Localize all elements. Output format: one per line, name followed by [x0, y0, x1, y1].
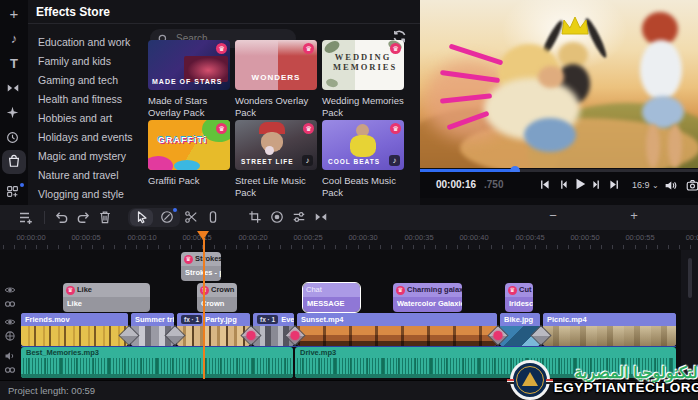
- audio-track-mute-icon[interactable]: [4, 350, 16, 362]
- category-magic[interactable]: Magic and mystery: [38, 147, 148, 165]
- ruler-label: 00:00:40: [459, 233, 488, 242]
- clip-party-jpg[interactable]: fx · 1Party.jpg: [177, 313, 250, 346]
- premium-badge-icon: ♛: [66, 286, 75, 295]
- premium-badge-icon: ♛: [390, 43, 401, 54]
- skip-start-icon[interactable]: [539, 179, 550, 190]
- crown-effect-overlay: [558, 14, 592, 38]
- pack-name: Wedding Memories Pack: [322, 95, 404, 119]
- select-tool-icon[interactable]: [135, 210, 151, 226]
- category-vlogging[interactable]: Vlogging and style: [38, 185, 148, 203]
- pack-made-of-stars[interactable]: MADE OF STARS ♛ Made of Stars Overlay Pa…: [148, 40, 230, 119]
- category-gaming[interactable]: Gaming and tech: [38, 71, 148, 89]
- waveform: [23, 358, 291, 374]
- pack-name: Graffiti Pack: [148, 175, 230, 187]
- zoom-in-icon[interactable]: +: [628, 208, 640, 223]
- add-media-icon[interactable]: +: [6, 6, 22, 22]
- premium-badge-icon: ♛: [508, 286, 517, 295]
- zoom-out-icon[interactable]: −: [547, 208, 559, 223]
- video-track-visibility-icon[interactable]: [4, 316, 16, 328]
- clip-cut-iridescent[interactable]: ♛Cut Iridesc: [505, 283, 533, 312]
- transition-tool-icon[interactable]: [314, 210, 330, 226]
- clip-sunset-mp4[interactable]: Sunset.mp4: [297, 313, 497, 346]
- pack-thumbnail: STREET LIFE ♪ ♛: [235, 120, 317, 170]
- add-track-icon[interactable]: [18, 210, 34, 226]
- skip-end-icon[interactable]: [609, 179, 620, 190]
- ruler-label: 00:00:20: [238, 233, 267, 242]
- next-frame-icon[interactable]: [592, 179, 603, 190]
- redo-icon[interactable]: [76, 210, 92, 226]
- transition-badge-icon[interactable]: [247, 331, 256, 340]
- clip-like[interactable]: ♛Like Like: [63, 283, 150, 312]
- ruler-label: 00:00:35: [404, 233, 433, 242]
- pack-name: Cool Beats Music Pack: [322, 175, 404, 199]
- ruler-label: 00:00:50: [570, 233, 599, 242]
- aspect-ratio-dropdown[interactable]: 16:9 ⌄: [632, 180, 659, 190]
- pack-graffiti[interactable]: GRAFFiTi ♛ Graffiti Pack: [148, 120, 230, 187]
- pack-street-life[interactable]: STREET LIFE ♪ ♛ Street Life Music Pack: [235, 120, 317, 199]
- premium-badge-icon: ♛: [216, 123, 227, 134]
- transition-badge-icon[interactable]: [291, 331, 300, 340]
- category-hobbies[interactable]: Hobbies and art: [38, 109, 148, 127]
- toolbar-divider: [44, 211, 45, 224]
- music-note-icon: ♪: [302, 155, 313, 166]
- pack-wonders[interactable]: WONDERS ♛ Wonders Overlay Pack: [235, 40, 317, 119]
- playhead-line: [203, 238, 205, 379]
- mask-tool-icon[interactable]: [206, 210, 222, 226]
- effects-icon[interactable]: [6, 106, 22, 122]
- audio-icon[interactable]: ♪: [6, 31, 22, 47]
- video-track-lock-icon[interactable]: [4, 330, 16, 342]
- edit-tool-icon[interactable]: [160, 210, 176, 226]
- pack-thumbnail: WONDERS ♛: [235, 40, 317, 90]
- pack-thumbnail: MADE OF STARS ♛: [148, 40, 230, 90]
- split-scissors-icon[interactable]: [184, 210, 200, 226]
- category-health[interactable]: Health and fitness: [38, 90, 148, 108]
- overlay-track-visibility-icon[interactable]: [4, 284, 16, 296]
- scrollbar-thumb[interactable]: [688, 258, 692, 298]
- snapshot-icon[interactable]: [686, 179, 698, 192]
- clip-strokes[interactable]: ♛Strokes Strokes - p: [181, 252, 221, 281]
- overlay-track-link-icon[interactable]: [4, 298, 16, 310]
- fx-badge: fx · 1: [257, 315, 278, 324]
- undo-icon[interactable]: [54, 210, 70, 226]
- ruler-label: 00:00:45: [515, 233, 544, 242]
- crop-icon[interactable]: [248, 210, 264, 226]
- left-icon-rail: + ♪ T: [0, 0, 28, 205]
- play-icon[interactable]: [573, 177, 587, 191]
- category-holidays[interactable]: Holidays and events: [38, 128, 148, 146]
- clip-event[interactable]: fx · 1Event: [253, 313, 294, 346]
- pack-name: Street Life Music Pack: [235, 175, 317, 199]
- clip-chat-message[interactable]: Chat MESSAGE: [303, 283, 360, 312]
- delete-icon[interactable]: [98, 210, 114, 226]
- transitions-icon[interactable]: [6, 81, 22, 97]
- record-icon[interactable]: [270, 210, 286, 226]
- preview-player[interactable]: [420, 0, 698, 168]
- pack-thumbnail: WEDDING MEMORIES ♛: [322, 40, 404, 90]
- transition-badge-icon[interactable]: [494, 331, 503, 340]
- time-ruler[interactable]: 00:00:00 00:00:05 00:00:10 00:00:15 00:0…: [0, 230, 698, 251]
- timeline-toolbar: − + Export: [0, 205, 698, 230]
- project-length-label: Project length: 00:59: [8, 385, 95, 396]
- previous-frame-icon[interactable]: [557, 179, 568, 190]
- clip-charming-galaxy[interactable]: ♛Charming galaxy Watercolor Galaxies: [393, 283, 462, 312]
- stickers-icon[interactable]: [6, 131, 22, 147]
- clip-picnic-mp4[interactable]: Picnic.mp4: [543, 313, 676, 346]
- pack-name: Made of Stars Overlay Pack: [148, 95, 230, 119]
- category-nature[interactable]: Nature and travel: [38, 166, 148, 184]
- music-note-icon: ♪: [389, 155, 400, 166]
- category-family[interactable]: Family and kids: [38, 52, 148, 70]
- titles-icon[interactable]: T: [6, 56, 22, 72]
- pack-cool-beats[interactable]: COOL BEATS ♪ ♛ Cool Beats Music Pack: [322, 120, 404, 199]
- pack-wedding-memories[interactable]: WEDDING MEMORIES ♛ Wedding Memories Pack: [322, 40, 404, 119]
- clip-summer-trip[interactable]: Summer trip.: [131, 313, 174, 346]
- clip-friends-mov[interactable]: Friends.mov: [21, 313, 128, 346]
- audio-track-link-icon[interactable]: [4, 364, 16, 376]
- volume-icon[interactable]: [664, 179, 677, 192]
- clip-bike-jpg[interactable]: Bike.jpg: [500, 313, 540, 346]
- premium-badge-icon: ♛: [216, 43, 227, 54]
- category-education[interactable]: Education and work: [38, 33, 148, 51]
- clip-best-memories-mp3[interactable]: Best_Memories.mp3: [21, 347, 293, 378]
- effects-store-icon[interactable]: [7, 154, 23, 170]
- adjust-sliders-icon[interactable]: [292, 210, 308, 226]
- ruler-label: 00:00:30: [348, 233, 377, 242]
- more-tools-icon[interactable]: [6, 185, 22, 201]
